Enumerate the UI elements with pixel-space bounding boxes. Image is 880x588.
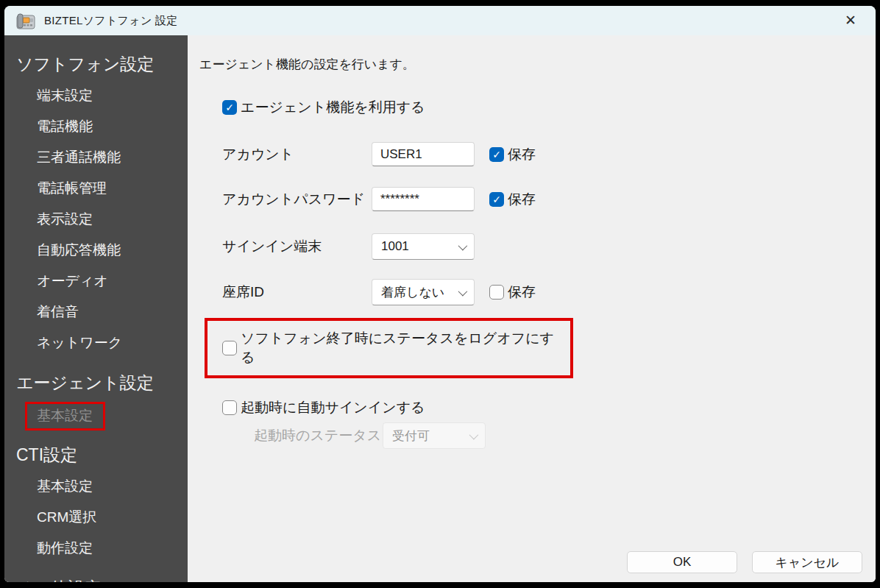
signin-terminal-select[interactable]: 1001 (372, 233, 475, 260)
account-row: アカウント USER1 ✓ 保存 (222, 142, 876, 166)
window-title: BIZTELソフトフォン 設定 (44, 14, 178, 28)
chevron-down-icon (458, 286, 468, 296)
account-save-label: 保存 (508, 145, 536, 164)
sidebar-header-other: その他設定 (4, 573, 188, 582)
account-save-row[interactable]: ✓ 保存 (489, 145, 536, 164)
account-label: アカウント (222, 145, 372, 164)
seat-save-checkbox[interactable] (489, 285, 504, 300)
logoff-on-exit-row[interactable]: ソフトフォン終了時にステータスをログオフにする (222, 329, 564, 367)
sidebar-item-display[interactable]: 表示設定 (4, 204, 188, 235)
sidebar-item-cti-basic[interactable]: 基本設定 (4, 471, 188, 502)
password-save-row[interactable]: ✓ 保存 (489, 190, 536, 209)
red-annotation-box-sidebar: 基本設定 (25, 402, 105, 431)
chevron-down-icon (458, 241, 468, 250)
signin-terminal-row: サインイン端末 1001 (222, 233, 876, 260)
sidebar-item-three-party[interactable]: 三者通話機能 (4, 142, 188, 173)
password-row: アカウントパスワード ******** ✓ 保存 (222, 187, 876, 211)
seat-save-row[interactable]: 保存 (489, 283, 536, 302)
startup-status-select: 受付可 (383, 422, 486, 449)
password-save-checkbox[interactable]: ✓ (489, 192, 504, 207)
sidebar-item-ringtone[interactable]: 着信音 (4, 297, 188, 327)
softphone-app-icon (15, 11, 37, 30)
use-agent-checkbox[interactable]: ✓ (222, 100, 237, 115)
sidebar-header-cti: CTI設定 (4, 439, 188, 471)
auto-signin-label: 起動時に自動サインインする (241, 398, 425, 417)
sidebar-item-phonebook[interactable]: 電話帳管理 (4, 173, 188, 204)
startup-status-label: 起動時のステータス (254, 426, 383, 445)
chevron-down-icon (469, 430, 479, 439)
sidebar-header-softphone: ソフトフォン設定 (4, 49, 188, 80)
settings-sidebar: ソフトフォン設定 端末設定 電話機能 三者通話機能 電話帳管理 表示設定 自動応… (4, 35, 188, 582)
title-bar: BIZTELソフトフォン 設定 ✕ (4, 6, 876, 35)
seat-id-select[interactable]: 着席しない (372, 279, 475, 305)
startup-status-row: 起動時のステータス 受付可 (222, 422, 876, 449)
red-annotation-box-logoff: ソフトフォン終了時にステータスをログオフにする (205, 318, 573, 378)
sidebar-item-behavior[interactable]: 動作設定 (4, 533, 188, 564)
close-icon[interactable]: ✕ (840, 10, 861, 31)
sidebar-item-network[interactable]: ネットワーク (4, 327, 188, 358)
sidebar-item-crm-select[interactable]: CRM選択 (4, 502, 188, 533)
account-input[interactable]: USER1 (372, 142, 475, 166)
use-agent-checkbox-row[interactable]: ✓ エージェント機能を利用する (222, 98, 876, 117)
sidebar-header-agent: エージェント設定 (4, 367, 188, 399)
password-save-label: 保存 (508, 190, 536, 209)
sidebar-item-auto-answer[interactable]: 自動応答機能 (4, 235, 188, 266)
agent-settings-panel: エージェント機能の設定を行います。 ✓ エージェント機能を利用する アカウント … (188, 35, 876, 582)
sidebar-item-terminal[interactable]: 端末設定 (4, 80, 188, 111)
panel-description: エージェント機能の設定を行います。 (199, 56, 876, 73)
logoff-on-exit-label: ソフトフォン終了時にステータスをログオフにする (241, 329, 564, 367)
account-save-checkbox[interactable]: ✓ (489, 147, 504, 162)
logoff-on-exit-checkbox[interactable] (222, 341, 237, 355)
password-input[interactable]: ******** (372, 187, 475, 211)
seat-id-row: 座席ID 着席しない 保存 (222, 279, 876, 305)
ok-button[interactable]: OK (627, 551, 737, 573)
auto-signin-checkbox[interactable] (222, 400, 237, 415)
sidebar-item-agent-basic-selected[interactable]: 基本設定 (25, 402, 188, 431)
password-label: アカウントパスワード (222, 190, 372, 209)
auto-signin-row[interactable]: 起動時に自動サインインする (222, 398, 876, 417)
settings-dialog: BIZTELソフトフォン 設定 ✕ ソフトフォン設定 端末設定 電話機能 三者通… (4, 6, 876, 582)
signin-terminal-label: サインイン端末 (222, 237, 372, 256)
seat-save-label: 保存 (508, 283, 536, 302)
use-agent-label: エージェント機能を利用する (241, 98, 425, 117)
cancel-button[interactable]: キャンセル (752, 551, 862, 573)
sidebar-item-phone-function[interactable]: 電話機能 (4, 111, 188, 142)
sidebar-item-audio[interactable]: オーディオ (4, 266, 188, 297)
seat-id-label: 座席ID (222, 283, 372, 302)
dialog-footer: OK キャンセル (627, 551, 862, 573)
